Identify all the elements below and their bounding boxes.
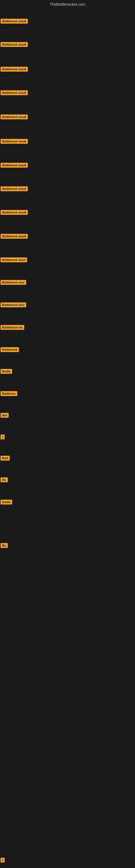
bottleneck-row: Bo xyxy=(1,543,8,549)
bottleneck-row: Bottleneck result xyxy=(1,115,28,120)
bottleneck-row: Bottle xyxy=(1,369,12,375)
bottleneck-row: Bottleneck resu xyxy=(1,303,26,308)
bottleneck-row: Bottleneck result xyxy=(1,19,28,25)
bottleneck-badge: | xyxy=(1,435,5,439)
bottleneck-row: Bottleneck result xyxy=(1,67,28,73)
bottleneck-row: Bottleneck res xyxy=(1,325,24,331)
bottleneck-badge: Bottleneck resu xyxy=(1,303,26,307)
bottleneck-row: Bottleneck resu xyxy=(1,280,26,286)
bottleneck-row: Bott xyxy=(1,456,10,462)
bottleneck-row: | xyxy=(1,858,5,864)
bottleneck-row: Bottleneck result xyxy=(1,90,28,96)
bottleneck-row: Bottleneck result xyxy=(1,139,28,145)
bottleneck-badge: Bottleneck result xyxy=(1,139,28,144)
bottleneck-badge: Bottleneck result xyxy=(1,234,28,239)
bottleneck-row: | xyxy=(1,435,5,440)
bottleneck-badge: Bottleneck result xyxy=(1,42,28,47)
bottleneck-badge: Bottleneck resul xyxy=(1,257,27,262)
site-title: TheBottlenecker.com xyxy=(0,0,135,9)
bottleneck-row: Bottle xyxy=(1,500,12,506)
bottleneck-badge: Bottleneck result xyxy=(1,115,28,119)
bottleneck-badge: Bottleneck result xyxy=(1,19,28,24)
bottleneck-badge: Bottleneck result xyxy=(1,186,28,191)
bottleneck-badge: Bo xyxy=(1,543,8,548)
bottleneck-badge: Bottleneck result xyxy=(1,210,28,215)
bottleneck-row: Bottlenec xyxy=(1,391,17,397)
bottleneck-badge: Bottleneck res xyxy=(1,325,24,330)
bottleneck-badge: Bottleneck result xyxy=(1,67,28,72)
bottleneck-row: Bottleneck result xyxy=(1,42,28,48)
bottleneck-badge: Bottleneck resu xyxy=(1,280,26,285)
bottleneck-badge: Bo xyxy=(1,477,8,482)
bottleneck-badge: Bottleneck result xyxy=(1,90,28,95)
bottleneck-badge: Bottleneck result xyxy=(1,163,28,167)
bottleneck-row: Bottleneck result xyxy=(1,234,28,240)
bottleneck-row: Bottleneck resul xyxy=(1,257,27,264)
bottleneck-row: Bottleneck xyxy=(1,347,19,353)
bottleneck-badge: Bottle xyxy=(1,500,12,504)
bottleneck-row: Bottleneck result xyxy=(1,186,28,192)
bottleneck-badge: Bottle xyxy=(1,369,12,374)
bottleneck-row: Bo xyxy=(1,477,8,484)
bottleneck-badge: Bottleneck xyxy=(1,347,19,352)
bottleneck-row: Bot xyxy=(1,413,9,419)
bottleneck-badge: Bott xyxy=(1,456,10,461)
bottleneck-badge: Bot xyxy=(1,413,9,418)
bottleneck-row: Bottleneck result xyxy=(1,163,28,169)
bottleneck-badge: | xyxy=(1,858,5,863)
bottleneck-row: Bottleneck result xyxy=(1,210,28,216)
bottleneck-badge: Bottlenec xyxy=(1,391,17,396)
